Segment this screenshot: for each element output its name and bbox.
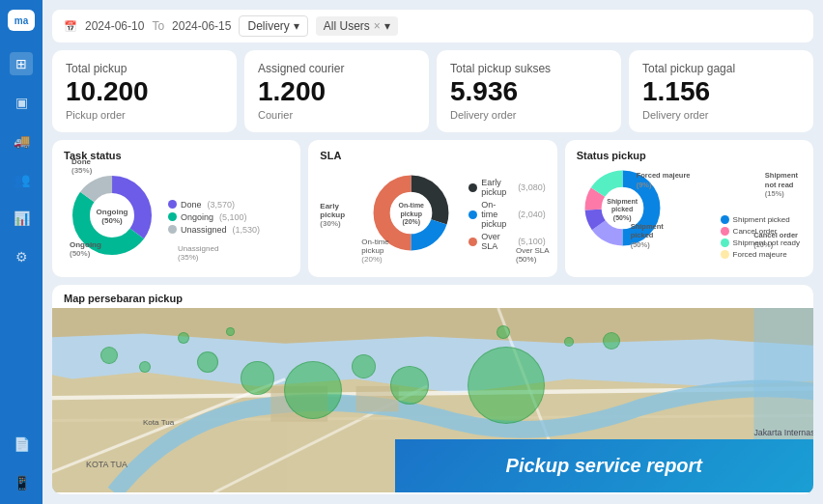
- legend-forced-majeure: Forced majeure: [721, 250, 800, 259]
- date-to: 2024-06-15: [172, 19, 231, 33]
- calendar-icon: 📅: [64, 20, 77, 33]
- pickup-circle: [284, 361, 342, 419]
- sla-chart: SLA Early pickup(30%): [308, 140, 556, 277]
- donut-center-label: Shipment picked (50%): [607, 198, 638, 222]
- legend-early-pickup: Early pickup (3,080): [468, 178, 545, 197]
- date-from: 2024-06-10: [85, 19, 144, 33]
- stat-value: 10.200: [66, 77, 223, 107]
- legend-dot: [721, 250, 729, 259]
- status-pickup-legend: Shipment picked Cancel order Shipment no…: [721, 215, 800, 259]
- status-pickup-chart: Status pickup: [565, 140, 813, 277]
- stat-label: Total pickup gagal: [642, 62, 800, 75]
- map-section: Map persebaran pickup: [52, 285, 813, 494]
- stat-value: 1.156: [642, 77, 800, 107]
- main-content: 📅 2024-06-10 To 2024-06-15 Delivery ▾ Al…: [43, 0, 823, 504]
- sidebar-item-settings[interactable]: ⚙: [10, 245, 33, 268]
- chart-title: SLA: [320, 150, 545, 161]
- stat-pickup-gagal: Total pickup gagal 1.156 Delivery order: [629, 50, 813, 132]
- stat-sub: Pickup order: [66, 109, 223, 121]
- chart-title: Status pickup: [577, 150, 802, 161]
- chart-inner: Early pickup(30%) On-time pickup: [320, 167, 545, 263]
- sidebar: ma ⊞ ▣ 🚚 👥 📊 ⚙ 📄 📱: [0, 0, 43, 504]
- legend-shipment-picked: Shipment picked: [721, 215, 800, 224]
- sidebar-item-box[interactable]: ▣: [10, 91, 33, 114]
- svg-text:KOTA TUA: KOTA TUA: [86, 460, 128, 469]
- sidebar-logo: ma: [8, 10, 35, 31]
- filter-bar: 📅 2024-06-10 To 2024-06-15 Delivery ▾ Al…: [52, 10, 813, 42]
- charts-row: Task status Ongoing (50%): [52, 140, 813, 277]
- legend-dot: [721, 238, 729, 247]
- pickup-circle: [139, 361, 151, 373]
- legend-dot: [721, 215, 729, 224]
- task-status-legend: Done (3,570) Ongoing (5,100) Unassigned …: [168, 200, 260, 235]
- sidebar-item-home[interactable]: ⊞: [10, 52, 33, 75]
- donut-center-label: Ongoing (50%): [97, 208, 128, 226]
- pickup-circle: [241, 361, 274, 395]
- stat-sub: Delivery order: [450, 109, 608, 121]
- legend-ongoing: Ongoing (5,100): [168, 212, 260, 222]
- sidebar-item-chart[interactable]: 📊: [10, 207, 33, 230]
- svg-text:Kota Tua: Kota Tua: [143, 417, 175, 426]
- chevron-down-icon: ▾: [384, 19, 390, 33]
- sidebar-item-users[interactable]: 👥: [10, 168, 33, 191]
- legend-done: Done (3,570): [168, 200, 260, 210]
- stat-pickup-sukses: Total pickup sukses 5.936 Delivery order: [437, 50, 621, 132]
- date-separator: To: [152, 19, 164, 33]
- legend-cancel-order: Cancel order: [721, 227, 800, 236]
- pickup-circle: [197, 351, 218, 373]
- stat-assigned-courier: Assigned courier 1.200 Courier: [244, 50, 429, 132]
- legend-shipment-not-ready: Shipment not ready: [721, 238, 800, 247]
- pickup-circle: [178, 332, 189, 344]
- chevron-down-icon: ▾: [294, 19, 299, 33]
- stat-value: 1.200: [258, 77, 415, 107]
- pickup-circle: [497, 325, 510, 339]
- svg-text:Jakarta Internasional: Jakarta Internasional: [753, 428, 813, 437]
- legend-ontime-pickup: On-time pickup (2,040): [468, 200, 545, 229]
- users-filter-tag[interactable]: All Users × ▾: [316, 16, 398, 36]
- sla-legend: Early pickup (3,080) On-time pickup (2,0…: [468, 178, 545, 251]
- sidebar-item-file[interactable]: 📄: [10, 433, 33, 456]
- pickup-circle: [468, 347, 545, 424]
- legend-dot: [721, 227, 729, 236]
- report-banner: Pickup service report: [395, 439, 813, 492]
- pickup-circle: [564, 337, 574, 347]
- legend-dot: [168, 225, 177, 234]
- chart-title: Task status: [64, 150, 289, 161]
- pickup-circle: [226, 327, 235, 336]
- close-icon[interactable]: ×: [374, 19, 381, 33]
- legend-dot: [468, 183, 477, 192]
- stats-row: Total pickup 10.200 Pickup order Assigne…: [52, 50, 813, 132]
- pickup-circle: [100, 347, 118, 364]
- pickup-circle: [390, 366, 429, 405]
- legend-dot: [468, 238, 477, 246]
- pickup-circle: [603, 332, 620, 350]
- stat-total-pickup: Total pickup 10.200 Pickup order: [52, 50, 237, 132]
- sidebar-item-phone[interactable]: 📱: [10, 471, 33, 494]
- task-status-chart: Task status Ongoing (50%): [52, 140, 300, 277]
- pickup-circle: [352, 354, 376, 378]
- stat-label: Total pickup sukses: [450, 62, 608, 75]
- map-title: Map persebaran pickup: [52, 285, 813, 308]
- report-banner-text: Pickup service report: [506, 455, 702, 477]
- donut-center-label: On-time pickup (20%): [399, 203, 424, 227]
- stat-value: 5.936: [450, 77, 608, 107]
- stat-sub: Delivery order: [642, 109, 800, 121]
- legend-unassigned: Unassigned (1,530): [168, 225, 260, 235]
- stat-sub: Courier: [258, 109, 415, 121]
- chart-inner: Ongoing (50%) Done(35%) Ongoing(50%) Una…: [64, 167, 289, 267]
- legend-dot: [468, 210, 477, 219]
- sidebar-item-truck[interactable]: 🚚: [10, 129, 33, 153]
- map-container[interactable]: Barat KOTA TUA Kawasan Wisata Kota Tua B…: [52, 308, 813, 492]
- legend-dot: [168, 212, 177, 221]
- stat-label: Total pickup: [66, 62, 223, 75]
- chart-inner: Shipment picked (50%) Forced majeure(9%)…: [577, 167, 802, 254]
- legend-dot: [168, 200, 177, 209]
- stat-label: Assigned courier: [258, 62, 415, 75]
- delivery-select[interactable]: Delivery ▾: [239, 15, 307, 37]
